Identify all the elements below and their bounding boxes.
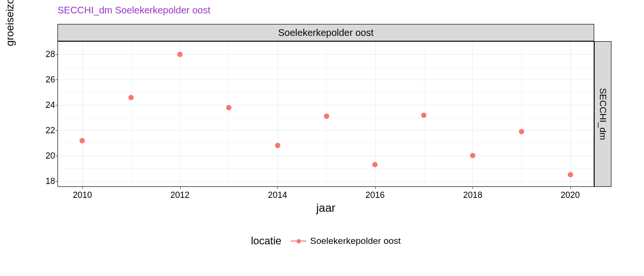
data-point [275,143,280,148]
gridline-x [570,42,571,186]
data-point [372,162,378,167]
x-axis-label: jaar [58,201,594,215]
facet-strip-right: SECCHI_dm [594,41,611,187]
tick-mark-x [375,186,376,189]
legend-glyph-icon [291,236,306,246]
tick-mark-x [180,186,181,189]
data-point [324,114,329,119]
plot-area: Soelekerkepolder oost SECCHI_dm 18202224… [58,24,628,187]
x-tick-label: 2020 [561,190,580,200]
x-tick-label: 2012 [171,190,190,200]
tick-mark-y [56,80,58,80]
gridline-y [58,156,594,156]
tick-mark-x [82,186,83,189]
gridline-x [180,42,181,186]
tick-mark-y [56,105,58,105]
gridline-y-minor [58,168,594,169]
data-point [470,153,475,158]
tick-mark-x [570,186,571,189]
chart-title: SECCHI_dm Soelekerkepolder oost [58,5,210,16]
y-tick-label: 24 [36,100,55,110]
tick-mark-y [56,54,58,55]
gridline-x [472,42,473,186]
y-tick-label: 18 [36,176,55,186]
y-axis-label-line1: groeiseizoen gemiddeld [4,0,16,46]
data-point [226,105,231,110]
y-tick-label: 26 [36,75,55,85]
legend: locatie Soelekerkepolder oost [58,235,594,247]
gridline-x-minor [229,42,229,186]
gridline-x [277,42,278,186]
gridline-y [58,80,594,80]
data-point [568,172,573,177]
chart-root: SECCHI_dm Soelekerkepolder oost groeisei… [0,0,644,276]
legend-series-label: Soelekerkepolder oost [310,236,401,246]
y-tick-label: 20 [36,150,55,161]
x-tick-label: 2010 [73,190,92,200]
legend-title: locatie [251,235,282,247]
gridline-y-minor [58,92,594,93]
plot-panel: 182022242628201020122014201620182020 [58,41,594,187]
gridline-x [82,42,83,186]
facet-strip-top-label: Soelekerkepolder oost [278,27,373,38]
y-tick-label: 28 [36,49,55,59]
tick-mark-x [472,186,473,189]
gridline-y [58,130,594,131]
data-point [519,129,524,134]
x-tick-label: 2014 [268,190,287,200]
gridline-y [58,181,594,182]
gridline-y-minor [58,67,594,68]
gridline-x-minor [521,42,522,186]
tick-mark-y [56,156,58,156]
x-tick-label: 2016 [366,190,385,200]
x-tick-label: 2018 [463,190,482,200]
data-point [80,138,85,143]
legend-entry: Soelekerkepolder oost [291,236,401,246]
y-axis-label-line2: dm [16,0,29,58]
facet-strip-right-label: SECCHI_dm [598,88,608,140]
tick-mark-y [56,181,58,182]
gridline-x-minor [131,42,132,186]
tick-mark-x [277,186,278,189]
gridline-y [58,54,594,55]
data-point [177,52,183,57]
facet-strip-top: Soelekerkepolder oost [58,24,594,41]
gridline-y [58,105,594,105]
data-point [128,95,134,100]
gridline-y-minor [58,143,594,143]
y-tick-label: 22 [36,126,55,136]
tick-mark-y [56,130,58,131]
data-point [421,113,426,118]
y-axis-label: groeiseizoen gemiddeld dm [4,0,29,58]
